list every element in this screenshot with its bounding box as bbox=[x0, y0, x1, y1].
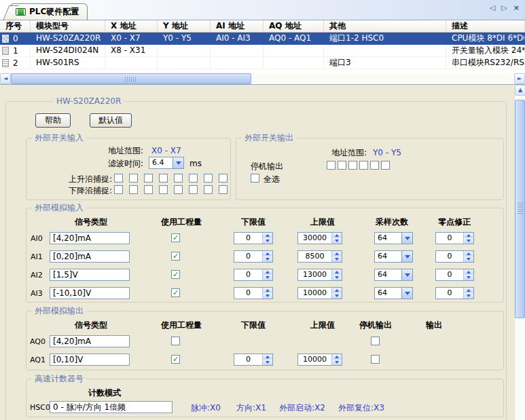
horizontal-scrollbar[interactable]: ◄ ► bbox=[0, 73, 525, 84]
upper-limit-spinner[interactable]: 13000 bbox=[297, 269, 342, 281]
lower-limit-spinner[interactable]: 0 bbox=[234, 354, 273, 366]
scroll-right-icon[interactable]: ► bbox=[514, 73, 525, 84]
help-button[interactable]: 帮助 bbox=[35, 113, 71, 128]
zero-correction-spinner[interactable]: 0 bbox=[435, 269, 474, 281]
lower-limit-spinner[interactable]: 0 bbox=[234, 269, 273, 281]
upper-limit-spinner[interactable]: 10000 bbox=[297, 287, 342, 299]
tab-bar: PLC硬件配置 ◁ ▷ × bbox=[0, 0, 525, 20]
engineering-checkbox[interactable]: ✓ bbox=[171, 355, 180, 364]
scroll-left-icon[interactable]: ◄ bbox=[0, 73, 11, 84]
engineering-checkbox[interactable]: ✓ bbox=[171, 233, 180, 242]
signal-type-input[interactable] bbox=[50, 335, 130, 347]
nav-left-icon[interactable]: ◁ bbox=[490, 4, 495, 12]
sample-count-combo[interactable]: 64 bbox=[374, 269, 413, 281]
vscroll-thumb[interactable] bbox=[515, 100, 525, 318]
zero-correction-spinner[interactable]: 0 bbox=[435, 250, 474, 263]
rising-capture-checkbox[interactable] bbox=[204, 174, 213, 183]
signal-type-input[interactable] bbox=[50, 250, 130, 263]
combo-arrow-icon[interactable] bbox=[401, 233, 412, 244]
stop-output-checkbox[interactable] bbox=[370, 161, 379, 170]
stop-output-checkbox[interactable] bbox=[359, 161, 368, 170]
upper-limit-spinner[interactable]: 10000 bbox=[297, 354, 342, 366]
ai-row-label: AI3 bbox=[31, 289, 43, 299]
upper-limit-spinner[interactable]: 8500 bbox=[297, 250, 342, 263]
stop-output-checkbox[interactable] bbox=[338, 161, 346, 170]
engineering-checkbox[interactable] bbox=[171, 337, 180, 345]
cell-other bbox=[324, 45, 446, 57]
lower-limit-spinner[interactable]: 0 bbox=[234, 287, 273, 299]
rising-capture-checkbox[interactable] bbox=[219, 174, 228, 183]
hscroll-thumb[interactable] bbox=[11, 73, 251, 84]
rising-capture-checkbox[interactable] bbox=[129, 174, 138, 183]
falling-capture-checkbox[interactable] bbox=[114, 185, 123, 194]
rising-capture-checkbox[interactable] bbox=[114, 174, 123, 183]
vertical-scrollbar[interactable]: ▲ bbox=[514, 85, 525, 420]
hsc-row-label: HSC0 bbox=[30, 403, 50, 413]
spin-up-icon bbox=[463, 251, 473, 256]
stop-output-checkbox[interactable] bbox=[327, 161, 336, 170]
scroll-up-icon[interactable]: ▲ bbox=[515, 85, 525, 96]
rising-capture-checkbox[interactable] bbox=[174, 174, 183, 183]
filter-time-label: 滤波时间: bbox=[108, 159, 143, 169]
falling-capture-checkbox[interactable] bbox=[129, 185, 138, 194]
table-row[interactable]: 0 HW-S20ZA220R X0 - X7 Y0 - Y5 AI0 - AI3… bbox=[0, 33, 525, 45]
spin-down-icon bbox=[463, 293, 473, 299]
falling-capture-checkbox[interactable] bbox=[159, 185, 168, 194]
tab-plc-config[interactable]: PLC硬件配置 bbox=[11, 3, 88, 20]
hscroll-track[interactable] bbox=[11, 73, 514, 84]
ai-row-label: AI1 bbox=[31, 252, 43, 262]
sample-count-combo[interactable]: 64 bbox=[374, 287, 413, 299]
combo-arrow-icon[interactable] bbox=[401, 269, 412, 280]
spin-down-icon bbox=[331, 238, 342, 244]
signal-type-input[interactable] bbox=[50, 269, 130, 281]
combo-arrow-icon[interactable] bbox=[401, 288, 412, 299]
rising-capture-checkbox[interactable] bbox=[144, 174, 153, 183]
filter-time-combo[interactable]: 6.4 bbox=[149, 157, 184, 169]
engineering-checkbox[interactable]: ✓ bbox=[171, 270, 180, 279]
switch-input-group: 外部开关输入 地址范围: X0 - X7 滤波时间: 6.4 ms 上升沿捕捉:… bbox=[26, 138, 231, 200]
engineering-checkbox[interactable]: ✓ bbox=[171, 288, 180, 297]
rising-capture-label: 上升沿捕捉: bbox=[26, 174, 112, 185]
signal-type-input[interactable] bbox=[50, 287, 130, 299]
sample-count-combo[interactable]: 64 bbox=[374, 250, 413, 263]
stop-output-checkbox[interactable] bbox=[381, 161, 390, 170]
stop-output-checkbox[interactable] bbox=[371, 355, 380, 364]
falling-capture-checkbox[interactable] bbox=[144, 185, 153, 194]
falling-capture-checkbox[interactable] bbox=[204, 185, 213, 194]
spin-up-icon bbox=[262, 269, 272, 275]
close-icon[interactable]: × bbox=[513, 4, 520, 12]
signal-type-input[interactable] bbox=[50, 232, 130, 244]
lower-limit-spinner[interactable]: 0 bbox=[234, 250, 273, 263]
switch-input-title: 外部开关输入 bbox=[32, 133, 86, 143]
analog-input-title: 外部模拟输入 bbox=[32, 203, 86, 213]
combo-arrow-icon[interactable] bbox=[173, 157, 183, 168]
table-row[interactable]: 1 HW-S24DI024N X8 - X31 开关量输入模块 24*D bbox=[0, 45, 525, 57]
falling-capture-checkbox[interactable] bbox=[174, 185, 183, 194]
falling-capture-checkbox[interactable] bbox=[219, 185, 228, 194]
spin-up-icon bbox=[262, 288, 272, 293]
table-row[interactable]: 2 HW-S01RS 端口3 串口模块RS232/RS485 bbox=[0, 57, 525, 69]
col-header-signal-type: 信号类型 bbox=[75, 217, 107, 227]
signal-type-input[interactable] bbox=[50, 354, 130, 366]
count-mode-input[interactable] bbox=[50, 401, 173, 413]
falling-capture-checkbox[interactable] bbox=[189, 185, 198, 194]
upper-limit-spinner[interactable]: 30000 bbox=[297, 232, 342, 244]
stop-output-checkbox[interactable] bbox=[348, 161, 357, 170]
rising-capture-checkbox[interactable] bbox=[189, 174, 198, 183]
col-header-zero-correction: 零点修正 bbox=[438, 217, 471, 227]
rising-capture-checkbox[interactable] bbox=[159, 174, 168, 183]
col-header-stop-output: 停机输出 bbox=[359, 320, 392, 330]
col-header-desc: 描述 bbox=[446, 20, 525, 33]
stop-output-checkbox[interactable] bbox=[371, 337, 380, 345]
lower-limit-spinner[interactable]: 0 bbox=[234, 232, 273, 244]
ai-row-label: AI2 bbox=[31, 271, 43, 280]
sample-count-combo[interactable]: 64 bbox=[374, 232, 413, 244]
select-all-checkbox[interactable] bbox=[251, 174, 259, 183]
switch-output-title: 外部开关输出 bbox=[242, 133, 296, 143]
combo-arrow-icon[interactable] bbox=[401, 251, 412, 262]
zero-correction-spinner[interactable]: 0 bbox=[435, 232, 474, 244]
default-button[interactable]: 默认值 bbox=[90, 113, 132, 128]
nav-right-icon[interactable]: ▷ bbox=[501, 4, 507, 12]
engineering-checkbox[interactable]: ✓ bbox=[171, 252, 180, 261]
zero-correction-spinner[interactable]: 0 bbox=[435, 287, 474, 299]
